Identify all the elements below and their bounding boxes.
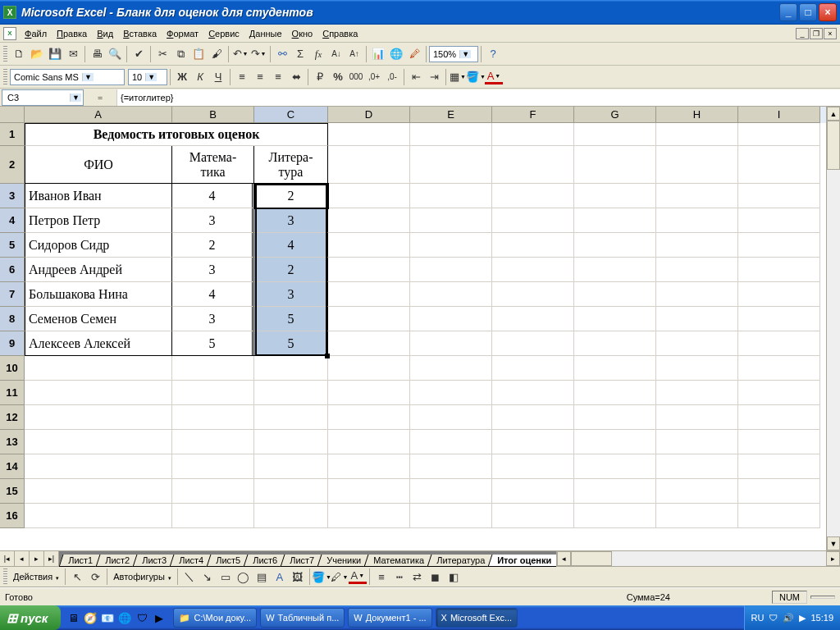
scroll-thumb[interactable] xyxy=(827,121,840,170)
cell-C6[interactable]: 2 xyxy=(254,258,328,282)
cell-H1[interactable] xyxy=(656,123,738,146)
undo-icon[interactable]: ↶▼ xyxy=(231,45,249,63)
start-button[interactable]: ⊞ пуск xyxy=(0,605,61,630)
cell-H3[interactable] xyxy=(656,184,738,208)
cell-A16[interactable] xyxy=(25,504,172,528)
cell-C3[interactable]: 2 xyxy=(254,184,328,208)
save-icon[interactable]: 💾 xyxy=(46,45,64,63)
cell-A1[interactable]: Ведомость итоговых оценок xyxy=(25,123,328,146)
cell-I2[interactable] xyxy=(738,146,820,184)
cell-F16[interactable] xyxy=(492,504,574,528)
menu-Справка[interactable]: Справка xyxy=(317,27,363,40)
menu-Вставка[interactable]: Вставка xyxy=(118,27,162,40)
cell-F9[interactable] xyxy=(492,331,574,356)
taskbar-task[interactable]: WДокумент1 - ... xyxy=(348,608,431,628)
cell-A3[interactable]: Иванов Иван xyxy=(25,184,172,208)
cell-A13[interactable] xyxy=(25,430,172,454)
cell-G4[interactable] xyxy=(574,208,656,233)
cell-C2[interactable]: Литера- тура xyxy=(254,146,328,184)
cell-I8[interactable] xyxy=(738,307,820,331)
cell-D11[interactable] xyxy=(328,381,410,405)
cell-E2[interactable] xyxy=(410,146,492,184)
cell-A9[interactable]: Алексеев Алексей xyxy=(25,331,172,356)
toolbar-grip[interactable] xyxy=(3,46,7,62)
cell-I14[interactable] xyxy=(738,454,820,479)
row-header-12[interactable]: 12 xyxy=(0,405,25,430)
cell-I6[interactable] xyxy=(738,258,820,282)
cell-F13[interactable] xyxy=(492,430,574,454)
cell-B14[interactable] xyxy=(172,454,254,479)
preview-icon[interactable]: 🔍 xyxy=(106,45,124,63)
maximize-button[interactable]: □ xyxy=(799,3,817,21)
sort-desc-icon[interactable]: A↑ xyxy=(345,45,363,63)
ql-icon[interactable]: 🛡 xyxy=(135,610,149,625)
toolbar-grip[interactable] xyxy=(3,69,7,85)
cell-H9[interactable] xyxy=(656,331,738,356)
lang-indicator[interactable]: RU xyxy=(751,613,765,623)
cell-D1[interactable] xyxy=(328,123,410,146)
cell-F10[interactable] xyxy=(492,356,574,381)
cell-A7[interactable]: Большакова Нина xyxy=(25,282,172,307)
col-header-D[interactable]: D xyxy=(328,107,410,123)
cell-A8[interactable]: Семенов Семен xyxy=(25,307,172,331)
col-header-G[interactable]: G xyxy=(574,107,656,123)
cell-C15[interactable] xyxy=(254,479,328,504)
cell-A5[interactable]: Сидоров Сидр xyxy=(25,233,172,258)
cell-I9[interactable] xyxy=(738,331,820,356)
cell-G12[interactable] xyxy=(574,405,656,430)
tray-icon[interactable]: 🛡 xyxy=(769,613,778,623)
cell-A11[interactable] xyxy=(25,381,172,405)
cell-H7[interactable] xyxy=(656,282,738,307)
cell-F4[interactable] xyxy=(492,208,574,233)
cell-D6[interactable] xyxy=(328,258,410,282)
cell-B13[interactable] xyxy=(172,430,254,454)
cell-H16[interactable] xyxy=(656,504,738,528)
cell-D13[interactable] xyxy=(328,430,410,454)
cell-B7[interactable]: 4 xyxy=(172,282,254,307)
row-header-16[interactable]: 16 xyxy=(0,504,25,528)
cell-C13[interactable] xyxy=(254,430,328,454)
cell-H13[interactable] xyxy=(656,430,738,454)
cell-G2[interactable] xyxy=(574,146,656,184)
cell-E8[interactable] xyxy=(410,307,492,331)
cell-F8[interactable] xyxy=(492,307,574,331)
cell-C12[interactable] xyxy=(254,405,328,430)
cell-B3[interactable]: 4 xyxy=(172,184,254,208)
percent-icon[interactable]: % xyxy=(329,68,347,86)
cell-G5[interactable] xyxy=(574,233,656,258)
tray-icon[interactable]: 🔊 xyxy=(783,613,794,623)
row-header-5[interactable]: 5 xyxy=(0,233,25,258)
cell-H14[interactable] xyxy=(656,454,738,479)
arrow-style-icon[interactable]: ⇄ xyxy=(409,568,427,586)
sheet-tab-Итог оценки[interactable]: Итог оценки xyxy=(488,555,556,567)
rotate-icon[interactable]: ⟳ xyxy=(86,568,104,586)
cell-H6[interactable] xyxy=(656,258,738,282)
cell-E12[interactable] xyxy=(410,405,492,430)
cell-G11[interactable] xyxy=(574,381,656,405)
sheet-tab-Литература[interactable]: Литература xyxy=(427,555,495,567)
cell-E10[interactable] xyxy=(410,356,492,381)
cell-H8[interactable] xyxy=(656,307,738,331)
cell-C16[interactable] xyxy=(254,504,328,528)
tray-icon[interactable]: ▶ xyxy=(799,613,806,623)
formula-input[interactable] xyxy=(116,89,840,106)
cell-H4[interactable] xyxy=(656,208,738,233)
row-header-9[interactable]: 9 xyxy=(0,331,25,356)
cell-I7[interactable] xyxy=(738,282,820,307)
cell-D2[interactable] xyxy=(328,146,410,184)
cell-C5[interactable]: 4 xyxy=(254,233,328,258)
cell-I4[interactable] xyxy=(738,208,820,233)
cell-F12[interactable] xyxy=(492,405,574,430)
col-header-E[interactable]: E xyxy=(410,107,492,123)
dec-decimal-icon[interactable]: ,0- xyxy=(383,68,401,86)
textbox-icon[interactable]: ▤ xyxy=(253,568,271,586)
new-icon[interactable]: 🗋 xyxy=(10,45,28,63)
cell-C10[interactable] xyxy=(254,356,328,381)
cell-H15[interactable] xyxy=(656,479,738,504)
bold-button[interactable]: Ж xyxy=(173,68,191,86)
inc-decimal-icon[interactable]: ,0+ xyxy=(365,68,383,86)
copy-icon[interactable]: ⧉ xyxy=(171,45,189,63)
cell-I13[interactable] xyxy=(738,430,820,454)
fill-color-icon[interactable]: 🪣▼ xyxy=(467,68,485,86)
clipart-icon[interactable]: 🖼 xyxy=(289,568,307,586)
